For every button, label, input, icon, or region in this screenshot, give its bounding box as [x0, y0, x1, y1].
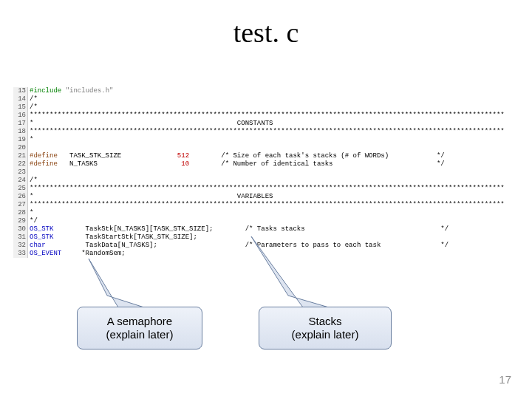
- line-number: 13: [13, 87, 28, 95]
- code-content: *: [30, 136, 33, 144]
- code-line: 13#include "includes.h": [13, 87, 519, 95]
- code-line: 16**************************************…: [13, 112, 519, 120]
- line-number: 28: [13, 209, 28, 217]
- code-content: *: [30, 209, 33, 217]
- code-content: char TaskData[N_TASKS]; /* Parameters to…: [30, 242, 449, 250]
- line-number: 14: [13, 95, 28, 103]
- line-number: 20: [13, 144, 28, 152]
- line-number: 23: [13, 168, 28, 177]
- line-number: 22: [13, 160, 28, 168]
- svg-marker-0: [89, 259, 144, 307]
- svg-marker-1: [251, 236, 329, 307]
- line-number: 24: [13, 177, 28, 185]
- code-line: 29*/: [13, 217, 519, 225]
- code-content: #define N_TASKS 10 /* Number of identica…: [30, 160, 445, 168]
- callout-arrow-stacks: [244, 233, 347, 314]
- code-line: 17* CONSTANTS: [13, 120, 519, 128]
- code-line: 23: [13, 168, 519, 177]
- code-line: 27**************************************…: [13, 201, 519, 209]
- line-number: 30: [13, 225, 28, 233]
- code-line: 28*: [13, 209, 519, 217]
- line-number: 32: [13, 242, 28, 250]
- code-content: /*: [30, 177, 38, 185]
- slide-title: test. c: [0, 16, 532, 49]
- line-number: 15: [13, 103, 28, 112]
- callout-text: Stacks: [308, 315, 341, 327]
- line-number: 26: [13, 193, 28, 201]
- line-number: 21: [13, 152, 28, 160]
- code-line: 19*: [13, 136, 519, 144]
- page-number: 17: [499, 373, 511, 386]
- code-line: 22#define N_TASKS 10 /* Number of identi…: [13, 160, 519, 168]
- callout-text: (explain later): [292, 328, 359, 341]
- code-content: * CONSTANTS: [30, 120, 273, 128]
- line-number: 25: [13, 185, 28, 193]
- code-line: 26* VARIABLES: [13, 193, 519, 201]
- code-line: 20: [13, 144, 519, 152]
- line-number: 29: [13, 217, 28, 225]
- callout-text: (explain later): [106, 328, 174, 341]
- callout-text: A semaphore: [107, 315, 172, 327]
- code-content: /*: [30, 95, 38, 103]
- code-content: ****************************************…: [30, 201, 505, 209]
- callout-semaphore: A semaphore (explain later): [77, 307, 202, 349]
- code-content: ****************************************…: [30, 128, 505, 136]
- code-line: 15/*: [13, 103, 519, 112]
- line-number: 18: [13, 128, 28, 136]
- code-line: 14/*: [13, 95, 519, 103]
- code-content: */: [30, 217, 38, 225]
- code-content: OS_STK TaskStk[N_TASKS][TASK_STK_SIZE]; …: [30, 225, 449, 233]
- code-content: #include "includes.h": [30, 87, 113, 95]
- line-number: 17: [13, 120, 28, 128]
- code-content: * VARIABLES: [30, 193, 273, 201]
- callout-stacks: Stacks (explain later): [259, 307, 392, 349]
- line-number: 33: [13, 250, 28, 258]
- code-content: ****************************************…: [30, 185, 505, 193]
- code-line: 24/*: [13, 177, 519, 185]
- line-number: 16: [13, 112, 28, 120]
- code-line: 25**************************************…: [13, 185, 519, 193]
- code-line: 21#define TASK_STK_SIZE 512 /* Size of e…: [13, 152, 519, 160]
- code-content: #define TASK_STK_SIZE 512 /* Size of eac…: [30, 152, 445, 160]
- line-number: 19: [13, 136, 28, 144]
- code-content: OS_STK TaskStartStk[TASK_STK_SIZE];: [30, 233, 197, 242]
- code-line: 18**************************************…: [13, 128, 519, 136]
- line-number: 31: [13, 233, 28, 242]
- code-content: ****************************************…: [30, 112, 505, 120]
- line-number: 27: [13, 201, 28, 209]
- code-content: /*: [30, 103, 38, 112]
